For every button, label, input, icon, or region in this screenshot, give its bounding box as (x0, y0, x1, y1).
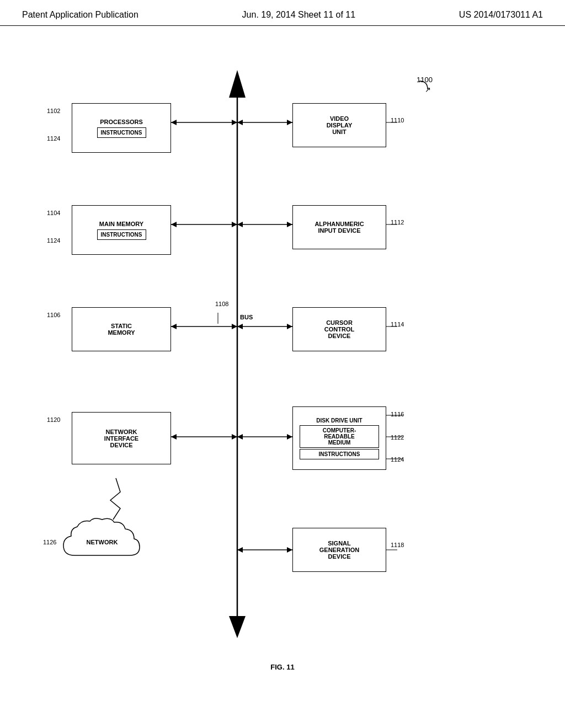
header-right: US 2014/0173011 A1 (459, 10, 543, 20)
svg-marker-13 (287, 222, 292, 227)
svg-marker-10 (232, 222, 237, 227)
network-interface-label: NETWORKINTERFACEDEVICE (104, 429, 138, 448)
alphanumeric-box: ALPHANUMERICINPUT DEVICE (292, 205, 386, 249)
svg-marker-20 (237, 324, 243, 329)
svg-marker-29 (237, 547, 243, 553)
ref-1106: 1106 (47, 312, 60, 318)
svg-marker-22 (232, 434, 237, 440)
alphanumeric-label: ALPHANUMERICINPUT DEVICE (315, 221, 364, 234)
bus-label: BUS (240, 314, 253, 320)
figure-caption: FIG. 11 (0, 663, 565, 671)
svg-marker-14 (237, 222, 243, 227)
ref-1116: 1116 (391, 411, 404, 417)
ref-1124b: 1124 (47, 237, 60, 244)
svg-marker-2 (229, 616, 246, 638)
svg-marker-16 (232, 324, 237, 329)
ref-1102: 1102 (47, 108, 60, 114)
ref-1108: 1108 (215, 301, 228, 307)
svg-marker-28 (287, 547, 292, 553)
ref-1112: 1112 (391, 219, 404, 226)
svg-marker-26 (237, 434, 243, 440)
svg-marker-25 (287, 434, 292, 440)
network-interface-box: NETWORKINTERFACEDEVICE (72, 412, 171, 464)
ref-1114: 1114 (391, 321, 404, 328)
svg-text:NETWORK: NETWORK (87, 539, 118, 545)
svg-marker-23 (171, 434, 177, 440)
svg-marker-5 (171, 120, 177, 125)
cursor-control-label: CURSORCONTROLDEVICE (324, 319, 354, 339)
signal-generation-label: SIGNALGENERATIONDEVICE (319, 540, 360, 560)
main-memory-box: MAIN MEMORY INSTRUCTIONS (72, 205, 171, 255)
ref-1126: 1126 (43, 539, 56, 545)
disk-drive-instructions: INSTRUCTIONS (300, 449, 379, 459)
processors-box: PROCESSORS INSTRUCTIONS (72, 103, 171, 153)
svg-marker-1 (229, 70, 246, 98)
network-cloud: NETWORK (58, 517, 146, 569)
processors-label: PROCESSORS (100, 119, 143, 125)
ref-1120: 1120 (47, 416, 60, 423)
cursor-control-box: CURSORCONTROLDEVICE (292, 307, 386, 351)
disk-drive-medium: COMPUTER-READABLEMEDIUM (300, 425, 379, 448)
header-center: Jun. 19, 2014 Sheet 11 of 11 (242, 10, 356, 20)
svg-marker-7 (287, 120, 292, 125)
ref-1124a: 1124 (47, 135, 60, 142)
processors-instructions: INSTRUCTIONS (97, 127, 146, 138)
arrow-1100: ↗ (425, 85, 431, 94)
main-memory-label: MAIN MEMORY (99, 221, 143, 227)
video-display-label: VIDEODISPLAYUNIT (327, 115, 353, 135)
disk-drive-outer-box: DISK DRIVE UNIT COMPUTER-READABLEMEDIUM … (292, 406, 386, 470)
static-memory-box: STATICMEMORY (72, 307, 171, 351)
ref-1122: 1122 (391, 434, 404, 441)
svg-marker-19 (287, 324, 292, 329)
signal-generation-box: SIGNALGENERATIONDEVICE (292, 528, 386, 572)
disk-drive-label: DISK DRIVE UNIT (316, 417, 362, 424)
diagram-ref-1100: 1100 (417, 76, 433, 84)
svg-marker-4 (232, 120, 237, 125)
video-display-box: VIDEODISPLAYUNIT (292, 103, 386, 147)
header-left: Patent Application Publication (22, 10, 138, 20)
ref-1110: 1110 (391, 117, 404, 124)
page-header: Patent Application Publication Jun. 19, … (0, 0, 565, 26)
svg-marker-8 (237, 120, 243, 125)
main-memory-instructions: INSTRUCTIONS (97, 229, 146, 240)
ref-1118: 1118 (391, 542, 404, 548)
static-memory-label: STATICMEMORY (108, 323, 135, 336)
diagram-area: 1100 ↗ PROCESSORS INSTRUCTIONS 1102 1124… (0, 26, 565, 688)
svg-marker-11 (171, 222, 177, 227)
ref-1124c: 1124 (391, 456, 404, 463)
svg-marker-17 (171, 324, 177, 329)
ref-1104: 1104 (47, 210, 60, 216)
